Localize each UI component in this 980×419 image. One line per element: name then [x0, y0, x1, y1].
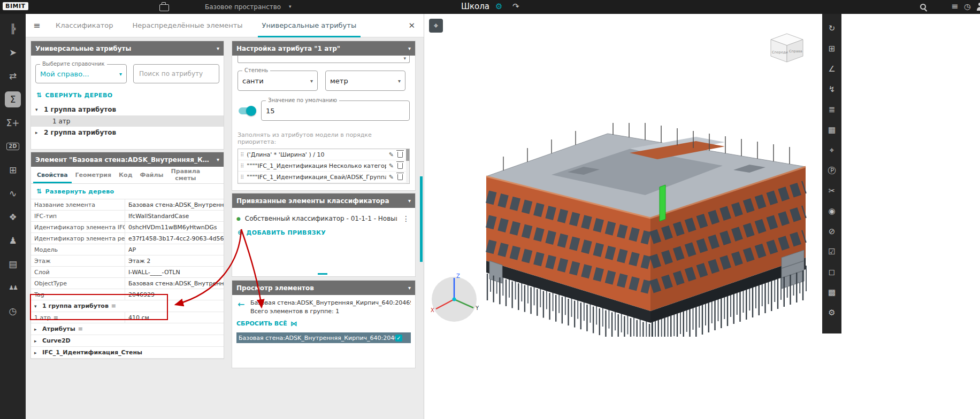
delete-icon[interactable]: [397, 163, 403, 169]
degree-select[interactable]: Степень санти ▾: [238, 71, 318, 91]
view-cube[interactable]: Спереди Справа: [764, 31, 809, 66]
building-model[interactable]: [471, 123, 824, 337]
tree-group[interactable]: ▾1 группа атрибутов: [31, 104, 224, 115]
user-tool[interactable]: ♟: [0, 229, 26, 252]
attribute-settings-header[interactable]: Настройка атрибута "1 атр" ▾: [232, 41, 415, 56]
section-cut-tool[interactable]: ✂: [822, 181, 841, 201]
collapsed-group-row[interactable]: ▸Curve2D: [31, 335, 224, 347]
attribute-search-input[interactable]: [138, 69, 215, 78]
priority-item[interactable]: ⠿""""IFC_1_Идентификация Несколько катег…: [238, 160, 409, 172]
edit-icon[interactable]: ✎: [389, 151, 394, 158]
priority-item[interactable]: ⠿('Длина' * 'Ширина' ) / 10✎: [238, 149, 409, 160]
tree-caret-icon[interactable]: ▾: [34, 304, 40, 309]
viewport-settings-tool[interactable]: ⚙: [822, 302, 841, 323]
shared-folders-tool[interactable]: ▤: [0, 252, 26, 276]
chevron-down-icon[interactable]: ▾: [217, 157, 219, 162]
element-tab-geometry[interactable]: Геометрия: [72, 167, 116, 183]
element-checkbox[interactable]: ✓: [395, 335, 402, 342]
bound-classifier-header[interactable]: Привязанные элементы классификатора ▾: [232, 193, 415, 208]
edit-icon[interactable]: ✎: [389, 174, 394, 181]
share-icon[interactable]: ↷: [512, 2, 519, 11]
grid-tool[interactable]: ▦: [822, 120, 841, 140]
hide-tool[interactable]: ⊘: [822, 221, 841, 242]
chevron-down-icon[interactable]: ▾: [408, 45, 411, 51]
element-tab-files[interactable]: Файлы: [136, 167, 167, 183]
explode-tool[interactable]: ↯: [822, 79, 841, 99]
element-tab-estimate-rules[interactable]: Правила сметы: [167, 167, 202, 183]
transparency-tool[interactable]: ▩: [822, 282, 841, 302]
history-icon[interactable]: ◷: [964, 2, 970, 11]
cube-face-right-label[interactable]: Справа: [789, 49, 802, 53]
select-tool-tool[interactable]: ➤: [0, 41, 26, 64]
axes-gizmo[interactable]: X Y Z: [428, 271, 482, 325]
tree-caret-icon[interactable]: ▾: [35, 107, 44, 112]
fit-view-button[interactable]: ⌖: [429, 19, 443, 33]
element-tab-properties[interactable]: Свойства: [33, 167, 72, 183]
chevron-down-icon[interactable]: ▾: [310, 78, 313, 84]
expand-tree-button[interactable]: ⇅ Развернуть дерево: [31, 184, 224, 199]
kebab-menu-icon[interactable]: ⋮: [401, 214, 411, 223]
menu-icon[interactable]: ≡: [951, 1, 958, 11]
priority-scrollbar-thumb[interactable]: [406, 149, 409, 161]
element-header[interactable]: Элемент "Базовая стена:ADSK_Внутренняя_К…: [31, 152, 224, 167]
viewport-3d[interactable]: ⌖: [424, 14, 980, 419]
team-tool[interactable]: ♟♟: [0, 276, 26, 299]
tab-unallocated[interactable]: Нераспределённые элементы: [132, 14, 242, 37]
charts-tool[interactable]: ∿: [0, 182, 26, 205]
collapsed-group-row[interactable]: ▸Атрибуты≡: [31, 323, 224, 335]
element-tab-code[interactable]: Код: [115, 167, 136, 183]
plan-view-tool[interactable]: Ⓟ: [822, 160, 841, 181]
delete-icon[interactable]: [397, 152, 403, 158]
attribute-group-row[interactable]: ▾1 группа атрибутов≡: [31, 300, 224, 312]
chevron-down-icon[interactable]: ▾: [408, 285, 411, 291]
classifier-tool[interactable]: ⊞: [0, 158, 26, 182]
collapse-tree-button[interactable]: ⇅ СВЕРНУТЬ ДЕРЕВО: [31, 88, 224, 103]
workspace-selector[interactable]: Базовое пространство: [205, 3, 281, 11]
horizontal-scrollbar-thumb[interactable]: [318, 273, 327, 275]
drag-handle-icon[interactable]: ⠿: [240, 163, 244, 169]
view-2d-tool[interactable]: 2D: [0, 135, 26, 158]
back-arrow-icon[interactable]: ←: [238, 299, 244, 309]
tree-caret-icon[interactable]: ▸: [34, 338, 40, 344]
cube-face-front-label[interactable]: Спереди: [772, 50, 788, 55]
tree-caret-icon[interactable]: ▸: [35, 130, 44, 135]
chevron-down-icon[interactable]: ▾: [119, 71, 122, 77]
chevron-down-icon[interactable]: ▾: [403, 56, 406, 61]
chevron-down-icon[interactable]: ▾: [217, 45, 219, 51]
default-value-field[interactable]: Значение по умолчанию 15: [261, 100, 410, 121]
default-value-toggle[interactable]: [239, 107, 255, 114]
close-panel-button[interactable]: ✕: [408, 21, 415, 30]
reset-all-button[interactable]: СБРОСИТЬ ВСЁ ⋈: [236, 320, 411, 328]
project-settings-icon[interactable]: ⚙: [495, 2, 502, 11]
plugins-tool[interactable]: ❖: [0, 205, 26, 229]
unit-select[interactable]: метр ▾: [325, 71, 405, 91]
select-filter-tool[interactable]: ☑: [822, 242, 841, 262]
reference-select[interactable]: Выберите справочник Мой справо... ▾: [35, 64, 127, 83]
collapsed-group-row[interactable]: ▸IFC_1_Идентификация_Стены: [31, 347, 224, 359]
drag-handle-icon[interactable]: ⠿: [240, 152, 244, 158]
priority-item[interactable]: ⠿""""IFC_1_Идентификация_Свай/ADSK_Групп…: [238, 172, 409, 183]
tree-caret-icon[interactable]: ▸: [34, 327, 40, 332]
search-icon[interactable]: [919, 3, 928, 11]
orbit-tool[interactable]: ↻: [822, 18, 841, 38]
tree-caret-icon[interactable]: ▸: [34, 350, 40, 355]
tab-classifier[interactable]: Классификатор: [56, 14, 113, 37]
edit-icon[interactable]: ✎: [389, 162, 394, 169]
workspace-caret-icon[interactable]: ▾: [289, 4, 292, 9]
frame-tool[interactable]: ◻: [822, 262, 841, 282]
project-briefcase-icon[interactable]: [159, 4, 169, 11]
elements-view-header[interactable]: Просмотр элементов ▾: [232, 281, 415, 295]
relations-tool[interactable]: ⇄: [0, 64, 26, 88]
measure-tool[interactable]: ∠: [822, 59, 841, 79]
add-binding-button[interactable]: ⊕ ДОБАВИТЬ ПРИВЯЗКУ: [232, 225, 415, 240]
tab-universal-attributes[interactable]: Универсальные атрибуты: [262, 14, 357, 37]
dashboard-tool[interactable]: ◷: [0, 299, 26, 323]
profile-icon[interactable]: [976, 2, 980, 11]
attribute-name-field[interactable]: ▾: [238, 56, 410, 63]
attributes-tool[interactable]: Σ: [0, 88, 26, 111]
collapse-panel-icon[interactable]: ≡: [33, 20, 46, 30]
attributes-plus-tool[interactable]: Σ+: [0, 111, 26, 135]
universal-attributes-header[interactable]: Универсальные атрибуты ▾: [31, 41, 224, 56]
toggle-knob[interactable]: [246, 106, 256, 116]
tree-item[interactable]: 1 атр: [31, 115, 224, 127]
